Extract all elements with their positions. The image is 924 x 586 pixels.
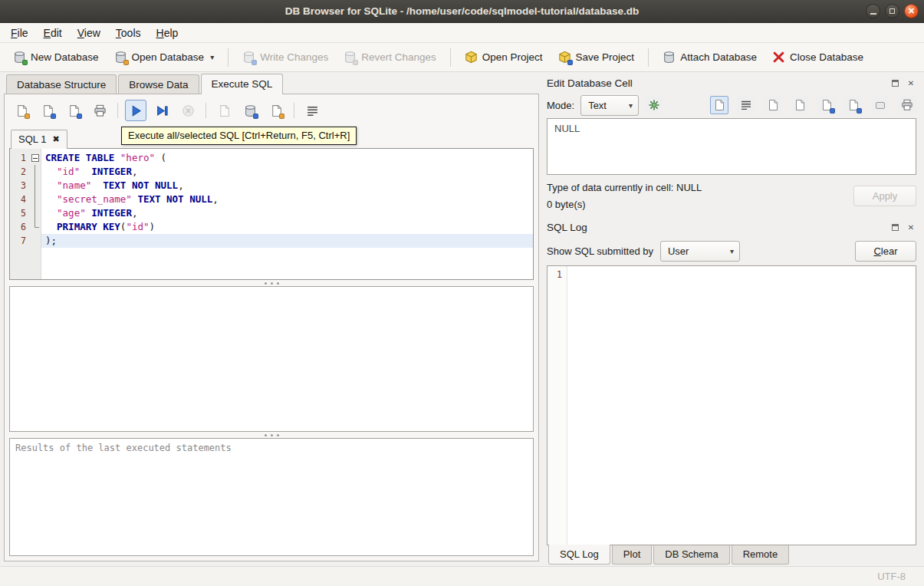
left-panel: Database Structure Browse Data Execute S… xyxy=(4,72,539,566)
auto-format-icon[interactable] xyxy=(645,96,663,114)
main-area: Database Structure Browse Data Execute S… xyxy=(0,72,924,566)
sql-document-tab[interactable]: SQL 1 ✖ xyxy=(11,130,67,149)
chevron-down-icon[interactable]: ▾ xyxy=(210,53,214,61)
menu-help[interactable]: Help xyxy=(149,23,186,42)
copy-cell-icon[interactable] xyxy=(764,96,782,114)
dock-close-icon[interactable]: ✕ xyxy=(906,222,916,232)
apply-button[interactable]: Apply xyxy=(853,186,916,206)
dock-close-icon[interactable]: ✕ xyxy=(906,77,916,88)
save-sql-file-icon[interactable] xyxy=(37,100,58,121)
fold-marker-icon xyxy=(30,220,41,234)
dock-tabbar: SQL Log Plot DB Schema Remote xyxy=(547,545,916,566)
editor-line[interactable]: 7); xyxy=(10,234,533,248)
set-null-icon[interactable] xyxy=(871,96,889,114)
import-cell-icon[interactable] xyxy=(817,96,836,114)
attach-database-button[interactable]: Attach Database xyxy=(656,46,764,68)
menu-file[interactable]: File xyxy=(3,23,36,42)
dock-float-icon[interactable] xyxy=(889,222,900,232)
submitted-by-select[interactable]: User ▾ xyxy=(660,241,740,262)
menu-view[interactable]: View xyxy=(70,23,108,42)
open-project-button[interactable]: Open Project xyxy=(458,46,550,68)
menu-tools[interactable]: Tools xyxy=(108,23,149,42)
window-title: DB Browser for SQLite - /home/user/code/… xyxy=(0,5,924,17)
maximize-icon[interactable] xyxy=(885,4,899,18)
execute-all-icon[interactable] xyxy=(125,100,146,121)
code-text: ); xyxy=(41,234,533,248)
tab-db-schema[interactable]: DB Schema xyxy=(653,545,729,565)
format-sql-icon[interactable] xyxy=(301,100,323,121)
code-text: "name" TEXT NOT NULL, xyxy=(41,179,533,193)
find-replace-icon[interactable] xyxy=(265,100,287,121)
editor-line[interactable]: 5 "age" INTEGER, xyxy=(10,206,533,220)
save-project-button[interactable]: Save Project xyxy=(551,46,642,68)
right-panel: Edit Database Cell ✕ Mode: Text ▾ xyxy=(544,72,924,566)
edit-cell-title: Edit Database Cell xyxy=(547,77,889,89)
tab-sql-log[interactable]: SQL Log xyxy=(548,545,610,565)
titlebar[interactable]: DB Browser for SQLite - /home/user/code/… xyxy=(0,0,924,23)
code-text: PRIMARY KEY("id") xyxy=(41,220,533,234)
write-changes-button[interactable]: Write Changes xyxy=(235,46,335,68)
menu-edit[interactable]: Edit xyxy=(36,23,70,42)
revert-changes-icon xyxy=(344,51,357,64)
editor-line[interactable]: 2 "id" INTEGER, xyxy=(10,165,533,179)
cell-info-row: Type of data currently in cell: NULL 0 b… xyxy=(547,182,916,210)
write-changes-icon xyxy=(242,51,255,64)
editor-line[interactable]: 4 "secret_name" TEXT NOT NULL, xyxy=(10,193,533,206)
print-cell-icon[interactable] xyxy=(898,96,916,114)
menubar: File Edit View Tools Help xyxy=(0,23,924,43)
splitter-handle[interactable] xyxy=(9,432,534,438)
paste-cell-icon[interactable] xyxy=(791,96,809,114)
editor-line[interactable]: 1CREATE TABLE "hero" ( xyxy=(10,151,533,165)
cell-editor[interactable]: NULL xyxy=(547,118,916,175)
save-sql-as-icon[interactable] xyxy=(63,100,84,121)
fold-marker-icon xyxy=(30,193,41,206)
line-number: 2 xyxy=(10,165,30,179)
stop-execution-icon[interactable] xyxy=(177,100,199,121)
results-message-pane[interactable]: Results of the last executed statements xyxy=(9,438,534,556)
close-tab-icon[interactable]: ✖ xyxy=(52,134,59,144)
save-project-icon xyxy=(558,51,571,64)
word-wrap-icon[interactable] xyxy=(737,96,755,114)
code-text: "secret_name" TEXT NOT NULL, xyxy=(41,193,533,206)
fold-marker-icon[interactable] xyxy=(30,151,41,165)
text-mode-icon[interactable] xyxy=(710,96,728,114)
close-window-icon[interactable]: ✕ xyxy=(904,4,919,18)
execute-current-line-icon[interactable] xyxy=(151,100,173,121)
editor-line[interactable]: 3 "name" TEXT NOT NULL, xyxy=(10,179,533,193)
window-controls: ✕ xyxy=(866,4,919,18)
new-database-button[interactable]: New Database xyxy=(6,46,106,68)
editor-line[interactable]: 6 PRIMARY KEY("id") xyxy=(10,220,533,234)
tab-execute-sql[interactable]: Execute SQL xyxy=(201,74,284,94)
export-cell-icon[interactable] xyxy=(844,96,863,114)
open-database-button[interactable]: Open Database ▾ xyxy=(107,46,222,68)
fold-marker-icon xyxy=(30,234,41,248)
edit-cell-toolbar: Mode: Text ▾ xyxy=(547,92,916,118)
encoding-indicator[interactable]: UTF-8 xyxy=(877,571,906,582)
edit-cell-dock-header: Edit Database Cell ✕ xyxy=(547,74,916,92)
tab-database-structure[interactable]: Database Structure xyxy=(6,74,117,94)
mode-select[interactable]: Text ▾ xyxy=(580,95,639,116)
tab-browse-data[interactable]: Browse Data xyxy=(118,74,199,94)
tab-plot[interactable]: Plot xyxy=(612,545,652,565)
sql-log-dock-header: SQL Log ✕ xyxy=(547,218,916,236)
toolbar-separator xyxy=(648,48,649,67)
results-grid[interactable] xyxy=(9,286,534,432)
open-project-icon xyxy=(465,51,478,64)
duplicate-tab-icon[interactable] xyxy=(213,100,235,121)
sql-log-view[interactable]: 1 xyxy=(547,265,916,545)
minimize-icon[interactable] xyxy=(866,4,880,18)
splitter-handle[interactable] xyxy=(9,280,534,286)
export-database-icon[interactable] xyxy=(239,100,261,121)
dock-float-icon[interactable] xyxy=(889,77,900,88)
sql-editor[interactable]: 1CREATE TABLE "hero" (2 "id" INTEGER,3 "… xyxy=(9,148,534,280)
open-sql-file-icon[interactable] xyxy=(11,100,32,121)
open-database-icon xyxy=(114,51,127,64)
tab-remote[interactable]: Remote xyxy=(732,545,790,565)
print-sql-icon[interactable] xyxy=(89,100,110,121)
revert-changes-button[interactable]: Revert Changes xyxy=(337,46,443,68)
clear-log-button[interactable]: Clear xyxy=(855,241,916,262)
filter-label: Show SQL submitted by xyxy=(547,245,653,257)
close-database-button[interactable]: Close Database xyxy=(765,46,870,68)
cell-type-info: Type of data currently in cell: NULL xyxy=(547,182,702,193)
tooltip: Execute all/selected SQL [Ctrl+Return, F… xyxy=(121,127,357,145)
